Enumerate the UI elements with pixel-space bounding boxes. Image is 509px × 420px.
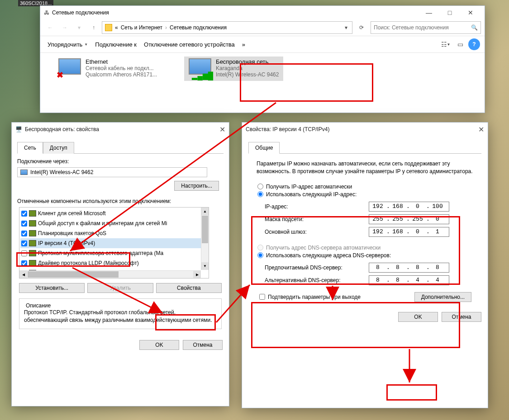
radio [257, 245, 263, 250]
cancel-button[interactable]: Отмена [183, 340, 223, 350]
checkbox[interactable] [21, 250, 27, 256]
close-button[interactable]: ✕ [460, 6, 481, 19]
bc-l2[interactable]: Сетевые подключения [170, 24, 227, 31]
toolbar-disable-device[interactable]: Отключение сетевого устройства [141, 39, 238, 50]
list-item[interactable]: Драйвер протокола LLDP (Майкрософт) [20, 258, 208, 268]
radio-dns-manual[interactable]: Использовать следующие адреса DNS-сервер… [257, 252, 472, 259]
adapter-combo[interactable]: Intel(R) Wireless-AC 9462 [17, 167, 207, 177]
search-box[interactable]: 🔍 [371, 21, 481, 34]
component-icon [29, 250, 36, 256]
explorer-window: 🖧 Сетевые подключения — □ ✕ ← → ▾ ↑ « Се… [40, 5, 485, 113]
dns1-input[interactable]: 8.8.8.8 [369, 263, 449, 273]
install-button[interactable]: Установить... [19, 283, 85, 293]
signal-bars-icon: ▂▄▆█ [192, 71, 213, 80]
component-icon [29, 210, 36, 217]
dns2-input[interactable]: 8.8.4.4 [369, 275, 449, 285]
wifi-icon: ▂▄▆█ [189, 58, 211, 79]
properties-button[interactable]: Свойства [156, 283, 222, 293]
info-text: Параметры IP можно назначать автоматичес… [257, 160, 473, 175]
dialog-titlebar[interactable]: Свойства: IP версии 4 (TCP/IPv4) ✕ [242, 123, 488, 136]
recent-dropdown[interactable]: ▾ [73, 21, 86, 34]
checkbox[interactable] [21, 241, 27, 246]
component-icon [29, 240, 36, 246]
gateway-label: Основной шлюз: [265, 229, 369, 235]
maximize-button[interactable]: □ [439, 6, 460, 19]
horizontal-scrollbar[interactable]: ◀▶ [19, 270, 201, 278]
configure-button[interactable]: Настроить... [174, 181, 219, 191]
conn-adapter: Qualcomm Atheros AR8171... [86, 71, 157, 78]
radio-ip-auto[interactable]: Получить IP-адрес автоматически [257, 184, 472, 190]
checkbox[interactable] [21, 211, 27, 217]
back-button[interactable]: ← [44, 21, 57, 34]
dialog-titlebar[interactable]: 🖥️ Беспроводная сеть: свойства ✕ [12, 123, 229, 136]
ip-input[interactable]: 192.168.0.100 [369, 202, 449, 212]
view-options-button[interactable]: ☷▼ [439, 38, 452, 51]
label-connect-via: Подключение через: [17, 158, 224, 165]
cancel-button[interactable]: Отмена [442, 312, 481, 322]
bc-root[interactable]: « [115, 24, 118, 31]
checkbox[interactable] [21, 231, 27, 236]
tab-general[interactable]: Общие [248, 142, 280, 154]
list-item[interactable]: Протокол мультиплексора сетевого адаптер… [20, 248, 208, 258]
breadcrumb-dropdown[interactable]: ▾ [343, 24, 349, 31]
wifi-properties-dialog: 🖥️ Беспроводная сеть: свойства ✕ Сеть До… [11, 122, 229, 406]
ok-button[interactable]: OK [398, 312, 438, 322]
radio[interactable] [257, 191, 263, 197]
details-pane-button[interactable]: ▭ [454, 38, 466, 51]
connection-ethernet[interactable]: ✖ Ethernet Сетевой кабель не подкл... Qu… [54, 57, 162, 81]
list-item[interactable]: Общий доступ к файлам и принтерам для се… [20, 218, 208, 228]
conn-status: Сетевой кабель не подкл... [86, 65, 157, 71]
component-icon [29, 260, 36, 266]
refresh-button[interactable]: ⟳ [355, 21, 368, 34]
dns2-label: Альтернативный DNS-сервер: [265, 277, 369, 283]
vertical-scrollbar[interactable]: ▲▼ [201, 208, 209, 270]
toolbar-organize[interactable]: Упорядочить▼ [45, 39, 90, 50]
forward-button[interactable]: → [58, 21, 71, 34]
ok-button[interactable]: OK [139, 340, 179, 350]
radio[interactable] [257, 184, 263, 189]
bc-l1[interactable]: Сеть и Интернет [121, 24, 162, 31]
search-icon[interactable]: 🔍 [471, 24, 478, 31]
window-title: Сетевые подключения [52, 9, 109, 16]
label-components: Отмеченные компоненты используются этим … [17, 198, 224, 204]
components-listbox[interactable]: Клиент для сетей Microsoft Общий доступ … [19, 207, 209, 278]
ipv4-properties-dialog: Свойства: IP версии 4 (TCP/IPv4) ✕ Общие… [242, 122, 488, 408]
tab-network[interactable]: Сеть [17, 142, 43, 154]
gateway-input[interactable]: 192.168.0.1 [369, 227, 449, 237]
radio[interactable] [257, 252, 263, 258]
component-icon [29, 230, 36, 236]
checkbox[interactable] [259, 294, 265, 300]
up-button[interactable]: ↑ [87, 21, 100, 34]
mask-label: Маска подсети: [265, 216, 369, 222]
conn-ssid: Karaganda [216, 65, 279, 71]
checkbox[interactable] [21, 260, 27, 266]
breadcrumb[interactable]: « Сеть и Интернет › Сетевые подключения … [102, 21, 352, 34]
tab-access[interactable]: Доступ [43, 142, 74, 154]
component-icon [29, 220, 36, 227]
conn-adapter: Intel(R) Wireless-AC 9462 [216, 71, 279, 78]
toolbar-connect-to[interactable]: Подключение к [92, 39, 139, 50]
radio-ip-manual[interactable]: Использовать следующий IP-адрес: [257, 191, 472, 198]
list-item-ipv4[interactable]: IP версии 4 (TCP/IPv4) [20, 238, 208, 248]
dns1-label: Предпочитаемый DNS-сервер: [265, 264, 369, 271]
conn-name: Ethernet [86, 58, 157, 65]
close-button[interactable]: ✕ [219, 125, 225, 134]
close-button[interactable]: ✕ [478, 125, 484, 134]
dialog-title: Свойства: IP версии 4 (TCP/IPv4) [246, 126, 330, 132]
list-item[interactable]: Клиент для сетей Microsoft [20, 208, 208, 218]
advanced-button[interactable]: Дополнительно... [414, 292, 471, 302]
ip-label: IP-адрес: [265, 203, 369, 210]
toolbar-more[interactable]: » [239, 39, 248, 50]
conn-name: Беспроводная сеть [216, 58, 279, 65]
radio-dns-auto: Получить адрес DNS-сервера автоматически [257, 245, 472, 251]
remove-button[interactable]: Удалить [87, 283, 153, 293]
list-item[interactable]: Планировщик пакетов QoS [20, 228, 208, 238]
minimize-button[interactable]: — [419, 6, 439, 19]
checkbox[interactable] [21, 221, 27, 227]
mask-input[interactable]: 255.255.255.0 [369, 214, 449, 224]
help-button[interactable]: ? [468, 38, 480, 50]
connection-wifi[interactable]: ▂▄▆█ Беспроводная сеть Karaganda Intel(R… [184, 57, 283, 81]
window-titlebar[interactable]: 🖧 Сетевые подключения — □ ✕ [40, 6, 485, 19]
search-input[interactable] [374, 24, 471, 31]
ethernet-icon: ✖ [58, 58, 81, 79]
